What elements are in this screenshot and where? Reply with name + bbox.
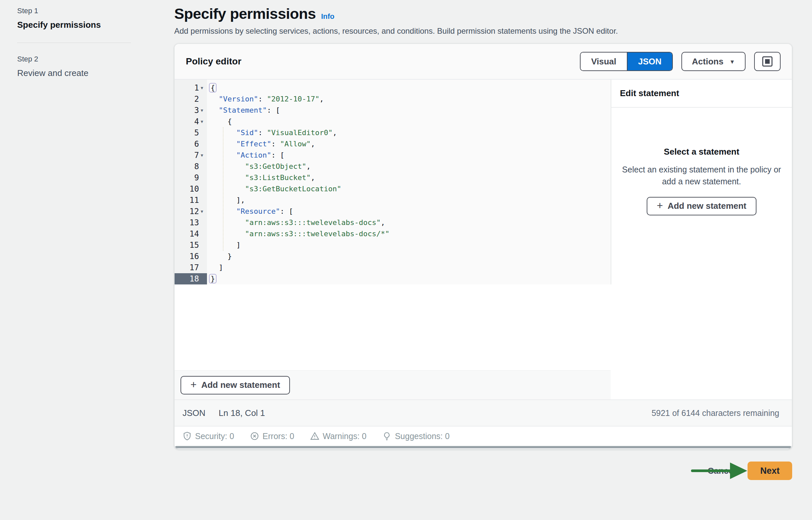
editor-mode-label: JSON xyxy=(182,408,205,418)
side-panel-toggle-button[interactable] xyxy=(754,52,781,71)
policy-editor-card: Policy editor Visual JSON Actions ▼ xyxy=(174,44,792,449)
code-line-6[interactable]: "Effect": "Allow", xyxy=(210,138,611,150)
edit-statement-title: Edit statement xyxy=(620,88,783,99)
gutter-line-5[interactable]: 5 xyxy=(175,127,207,138)
page-description: Add permissions by selecting services, a… xyxy=(174,26,792,36)
validation-status-bar: Security: 0 Errors: 0 Warnings: 0 xyxy=(175,426,792,446)
edit-statement-panel: Edit statement Select a statement Select… xyxy=(611,80,792,399)
code-line-15[interactable]: ] xyxy=(210,239,611,251)
policy-editor-header: Policy editor Visual JSON Actions ▼ xyxy=(175,44,792,80)
plus-icon: + xyxy=(657,200,663,211)
gutter-line-10[interactable]: 10 xyxy=(175,183,207,194)
plus-icon: + xyxy=(191,379,197,390)
gutter-line-2[interactable]: 2 xyxy=(175,94,207,105)
code-line-4[interactable]: { xyxy=(210,116,611,127)
step-2-review-and-create[interactable]: Step 2 Review and create xyxy=(17,55,131,78)
gutter-line-13[interactable]: 13 xyxy=(175,217,207,228)
select-statement-title: Select a statement xyxy=(620,147,783,157)
code-line-3[interactable]: "Statement": [ xyxy=(210,105,611,116)
cursor-position: Ln 18, Col 1 xyxy=(219,408,265,418)
code-line-7[interactable]: "Action": [ xyxy=(210,150,611,161)
add-new-statement-button-editor[interactable]: + Add new statement xyxy=(180,376,290,394)
warnings-count[interactable]: Warnings: 0 xyxy=(310,432,366,441)
json-code-editor[interactable]: 1▾23▾4▾567▾89101112▾131415161718 { "Vers… xyxy=(175,80,611,284)
code-line-10[interactable]: "s3:GetBucketLocation" xyxy=(210,183,611,194)
gutter-line-3[interactable]: 3▾ xyxy=(175,105,207,116)
code-line-9[interactable]: "s3:ListBucket", xyxy=(210,172,611,183)
code-line-14[interactable]: "arn:aws:s3:::twelevelabs-docs/*" xyxy=(210,228,611,239)
suggestions-count[interactable]: Suggestions: 0 xyxy=(382,432,449,441)
code-line-1[interactable]: { xyxy=(210,82,611,94)
warning-triangle-icon xyxy=(310,432,319,441)
code-line-11[interactable]: ], xyxy=(210,194,611,206)
gutter-line-18[interactable]: 18 xyxy=(175,273,207,284)
add-new-statement-label: Add new statement xyxy=(667,201,746,211)
code-line-8[interactable]: "s3:GetObject", xyxy=(210,161,611,172)
shield-icon xyxy=(182,432,192,441)
error-circle-icon xyxy=(250,432,259,441)
page: Step 1 Specify permissions Step 2 Review… xyxy=(0,0,812,520)
step-label: Review and create xyxy=(17,68,131,78)
editor-controls: Visual JSON Actions ▼ xyxy=(580,52,781,71)
panel-divider xyxy=(611,107,792,108)
editor-status-bar: JSON Ln 18, Col 1 5921 of 6144 character… xyxy=(175,399,792,426)
fold-arrow-icon[interactable]: ▾ xyxy=(199,150,207,161)
empty-statement-state: Select a statement Select an existing st… xyxy=(620,147,783,215)
json-tab[interactable]: JSON xyxy=(627,53,672,70)
indent-guide xyxy=(223,127,223,251)
editor-footer: + Add new statement xyxy=(175,370,611,399)
code-line-18[interactable]: } xyxy=(210,273,611,284)
gutter-line-17[interactable]: 17 xyxy=(175,262,207,273)
code-line-12[interactable]: "Resource": [ xyxy=(210,206,611,217)
horizontal-scrollbar[interactable] xyxy=(175,446,791,448)
code-line-2[interactable]: "Version": "2012-10-17", xyxy=(210,94,611,105)
lightbulb-icon xyxy=(382,432,391,441)
steps-nav: Step 1 Specify permissions Step 2 Review… xyxy=(17,7,131,78)
gutter-line-12[interactable]: 12▾ xyxy=(175,206,207,217)
code-line-5[interactable]: "Sid": "VisualEditor0", xyxy=(210,127,611,138)
add-new-statement-button-panel[interactable]: + Add new statement xyxy=(647,197,756,215)
select-statement-description: Select an existing statement in the poli… xyxy=(620,163,783,188)
code-lines[interactable]: { "Version": "2012-10-17", "Statement": … xyxy=(207,80,611,284)
gutter: 1▾23▾4▾567▾89101112▾131415161718 xyxy=(175,80,207,284)
gutter-line-8[interactable]: 8 xyxy=(175,161,207,172)
step-1-specify-permissions[interactable]: Step 1 Specify permissions xyxy=(17,7,131,30)
gutter-line-1[interactable]: 1▾ xyxy=(175,82,207,94)
gutter-line-11[interactable]: 11 xyxy=(175,194,207,206)
fold-arrow-icon[interactable]: ▾ xyxy=(199,206,207,217)
security-findings[interactable]: Security: 0 xyxy=(182,432,234,441)
code-line-13[interactable]: "arn:aws:s3:::twelevelabs-docs", xyxy=(210,217,611,228)
actions-label: Actions xyxy=(692,56,723,67)
visual-tab[interactable]: Visual xyxy=(581,53,627,70)
step-label: Specify permissions xyxy=(17,20,131,30)
gutter-line-15[interactable]: 15 xyxy=(175,239,207,251)
code-line-16[interactable]: } xyxy=(210,251,611,262)
editor-mode-toggle: Visual JSON xyxy=(580,52,673,71)
caret-down-icon: ▼ xyxy=(729,59,735,66)
page-title: Specify permissions xyxy=(174,5,316,23)
gutter-line-4[interactable]: 4▾ xyxy=(175,116,207,127)
info-link[interactable]: Info xyxy=(321,12,334,21)
fold-arrow-icon[interactable]: ▾ xyxy=(199,82,207,94)
fold-arrow-icon[interactable]: ▾ xyxy=(199,116,207,127)
fold-arrow-icon[interactable]: ▾ xyxy=(199,105,207,116)
cancel-button[interactable]: Cancel xyxy=(708,466,736,476)
code-line-17[interactable]: ] xyxy=(210,262,611,273)
next-button[interactable]: Next xyxy=(747,462,792,480)
gutter-line-9[interactable]: 9 xyxy=(175,172,207,183)
gutter-line-14[interactable]: 14 xyxy=(175,228,207,239)
policy-editor-title: Policy editor xyxy=(186,56,241,67)
actions-dropdown-button[interactable]: Actions ▼ xyxy=(682,52,745,71)
step-number: Step 2 xyxy=(17,55,131,63)
gutter-line-6[interactable]: 6 xyxy=(175,138,207,150)
gutter-line-16[interactable]: 16 xyxy=(175,251,207,262)
steps-divider xyxy=(17,43,131,43)
characters-remaining: 5921 of 6144 characters remaining xyxy=(651,408,779,418)
json-editor-pane: 1▾23▾4▾567▾89101112▾131415161718 { "Vers… xyxy=(175,80,611,399)
wizard-footer: Cancel Next xyxy=(174,461,792,481)
policy-editor-body: 1▾23▾4▾567▾89101112▾131415161718 { "Vers… xyxy=(175,80,792,399)
gutter-line-7[interactable]: 7▾ xyxy=(175,150,207,161)
step-number: Step 1 xyxy=(17,7,131,15)
errors-count[interactable]: Errors: 0 xyxy=(250,432,294,441)
side-panel-icon xyxy=(762,56,773,67)
